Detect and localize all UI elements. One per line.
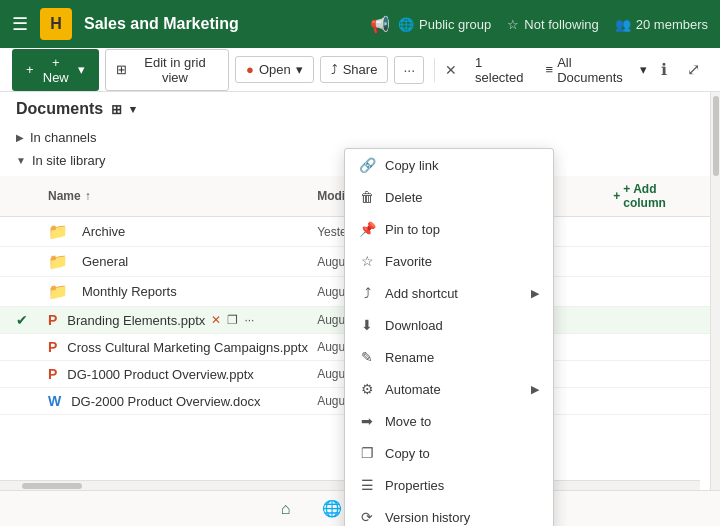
star-icon: ☆ (507, 17, 519, 32)
add-column-label: + Add column (623, 182, 694, 210)
deselect-button[interactable]: ✕ (445, 62, 457, 78)
delete-menu-icon: 🗑 (359, 189, 375, 205)
home-status-icon[interactable]: ⌂ (281, 500, 291, 518)
menu-item-version-history[interactable]: ⟳ Version history (345, 501, 553, 526)
file-name-label: Monthly Reports (82, 284, 177, 299)
public-group-label: Public group (419, 17, 491, 32)
site-library-chevron-icon: ▼ (16, 155, 26, 166)
in-channels-label: In channels (30, 130, 97, 145)
download-label: Download (385, 318, 443, 333)
in-channels-item[interactable]: ▶ In channels (0, 126, 710, 149)
settings-icon[interactable]: 📢 (370, 15, 390, 34)
not-following-item[interactable]: ☆ Not following (507, 17, 598, 32)
members-label: 20 members (636, 17, 708, 32)
version-history-label: Version history (385, 510, 470, 525)
members-item[interactable]: 👥 20 members (615, 17, 708, 32)
nav-right: 🌐 Public group ☆ Not following 👥 20 memb… (398, 17, 708, 32)
globe-status-icon[interactable]: 🌐 (322, 499, 342, 518)
favorite-icon: ☆ (359, 253, 375, 269)
open-chevron-icon: ▾ (296, 62, 303, 77)
top-navigation: ☰ H Sales and Marketing 📢 🌐 Public group… (0, 0, 720, 48)
menu-item-properties[interactable]: ☰ Properties (345, 469, 553, 501)
edit-grid-label: Edit in grid view (132, 55, 218, 85)
copy-icon[interactable]: ❐ (227, 313, 238, 327)
folder-icon: 📁 (48, 222, 68, 241)
toolbar-right-icons: ℹ ⤢ (653, 55, 708, 84)
pptx-icon: P (48, 312, 57, 328)
pin-label: Pin to top (385, 222, 440, 237)
menu-item-favorite[interactable]: ☆ Favorite (345, 245, 553, 277)
new-icon: + (26, 62, 34, 77)
public-group-item[interactable]: 🌐 Public group (398, 17, 491, 32)
automate-icon: ⚙ (359, 381, 375, 397)
menu-item-copy-link[interactable]: 🔗 Copy link (345, 149, 553, 181)
menu-item-add-shortcut[interactable]: ⤴ Add shortcut ▶ (345, 277, 553, 309)
menu-item-copy-to[interactable]: ❐ Copy to (345, 437, 553, 469)
share-label: Share (343, 62, 378, 77)
file-name-label: General (82, 254, 128, 269)
more-button[interactable]: ··· (394, 56, 424, 84)
file-name-label: Cross Cultural Marketing Campaigns.pptx (67, 340, 308, 355)
hamburger-icon[interactable]: ☰ (12, 13, 28, 35)
pin-icon: 📌 (359, 221, 375, 237)
globe-nav-icon: 🌐 (398, 17, 414, 32)
h-scroll-thumb[interactable] (22, 483, 82, 489)
copy-to-icon: ❐ (359, 445, 375, 461)
file-name-label: Branding Elements.pptx (67, 313, 205, 328)
copy-to-label: Copy to (385, 446, 430, 461)
share-icon: ⤴ (331, 62, 338, 77)
expand-button[interactable]: ⤢ (679, 55, 708, 84)
move-to-label: Move to (385, 414, 431, 429)
vertical-scrollbar[interactable] (710, 92, 720, 526)
menu-item-delete[interactable]: 🗑 Delete (345, 181, 553, 213)
move-to-icon: ➡ (359, 413, 375, 429)
menu-item-automate[interactable]: ⚙ Automate ▶ (345, 373, 553, 405)
new-label: + New (39, 55, 73, 85)
selected-check-icon: ✔ (16, 312, 28, 328)
add-column-button[interactable]: + + Add column (613, 182, 694, 210)
open-button[interactable]: ● Open ▾ (235, 56, 314, 83)
automate-label: Automate (385, 382, 441, 397)
documents-title: Documents (16, 100, 103, 118)
menu-item-move-to[interactable]: ➡ Move to (345, 405, 553, 437)
column-name-label: Name (48, 189, 81, 203)
delete-icon[interactable]: ✕ (211, 313, 221, 327)
scroll-thumb[interactable] (713, 96, 719, 176)
app-logo: H (40, 8, 72, 40)
all-docs-label: All Documents (557, 55, 636, 85)
shortcut-icon: ⤴ (359, 285, 375, 301)
copy-link-label: Copy link (385, 158, 438, 173)
info-button[interactable]: ℹ (653, 55, 675, 84)
share-button[interactable]: ⤴ Share (320, 56, 389, 83)
properties-icon: ☰ (359, 477, 375, 493)
automate-arrow-icon: ▶ (531, 383, 539, 396)
grid-icon: ⊞ (116, 62, 127, 77)
pptx-icon: P (48, 366, 57, 382)
rename-label: Rename (385, 350, 434, 365)
selected-count-label: 1 selected (475, 55, 532, 85)
view-options-icon[interactable]: ⊞ (111, 102, 122, 117)
open-label: Open (259, 62, 291, 77)
file-name-label: Archive (82, 224, 125, 239)
plus-icon: + (613, 189, 620, 203)
rename-icon: ✎ (359, 349, 375, 365)
people-icon: 👥 (615, 17, 631, 32)
menu-item-download[interactable]: ⬇ Download (345, 309, 553, 341)
shortcut-arrow-icon: ▶ (531, 287, 539, 300)
more-row-icon[interactable]: ··· (244, 313, 254, 327)
docx-icon: W (48, 393, 61, 409)
selected-badge: 1 selected (467, 51, 540, 89)
new-button[interactable]: + + New ▾ (12, 49, 99, 91)
open-icon: ● (246, 62, 254, 77)
edit-grid-button[interactable]: ⊞ Edit in grid view (105, 49, 229, 91)
folder-icon: 📁 (48, 252, 68, 271)
folder-icon: 📁 (48, 282, 68, 301)
menu-item-pin[interactable]: 📌 Pin to top (345, 213, 553, 245)
view-chevron-icon[interactable]: ▾ (130, 103, 136, 116)
all-documents-button[interactable]: ≡ All Documents ▾ (546, 55, 647, 85)
document-area: Documents ⊞ ▾ ▶ In channels ▼ In site li… (0, 92, 720, 526)
not-following-label: Not following (524, 17, 598, 32)
all-docs-chevron-icon: ▾ (640, 62, 647, 77)
sort-icon[interactable]: ↑ (85, 189, 91, 203)
menu-item-rename[interactable]: ✎ Rename (345, 341, 553, 373)
